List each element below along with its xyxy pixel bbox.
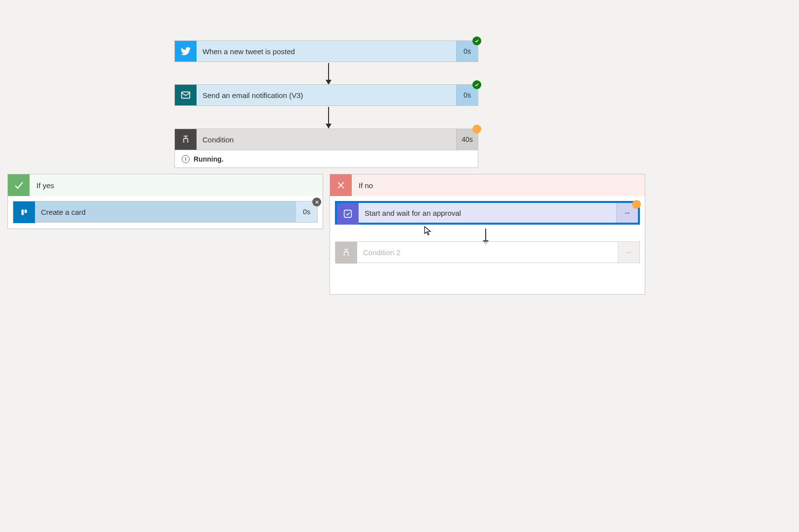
checkmark-icon xyxy=(8,174,30,196)
trigger-label: When a new tweet is posted xyxy=(197,41,456,62)
cursor-icon xyxy=(424,226,432,236)
action-condition2-card[interactable]: Condition 2 -- xyxy=(335,241,640,263)
branch-no-header: If no xyxy=(330,174,645,196)
action-condition2-timing: -- xyxy=(618,242,639,263)
condition-label: Condition xyxy=(197,129,456,150)
condition-status-row: i Running. xyxy=(174,150,478,168)
branch-no-label: If no xyxy=(352,181,373,190)
condition-status-text: Running. xyxy=(194,155,224,163)
status-badge-success-icon xyxy=(472,80,481,89)
action-approval-card[interactable]: Start and wait for an approval -- xyxy=(335,201,640,225)
branch-yes-header: If yes xyxy=(8,174,323,196)
flow-canvas: When a new tweet is posted 0s Send an em… xyxy=(0,0,799,532)
approval-icon xyxy=(337,203,359,225)
action-create-card[interactable]: Create a card 0s xyxy=(13,201,318,223)
condition-card[interactable]: Condition 40s xyxy=(174,129,478,150)
svg-rect-2 xyxy=(22,210,24,215)
branch-yes[interactable]: If yes Create a card 0s xyxy=(7,174,323,229)
trello-icon xyxy=(13,201,35,223)
x-icon xyxy=(330,174,352,196)
action-create-card-label: Create a card xyxy=(35,201,296,222)
branch-yes-label: If yes xyxy=(30,181,54,190)
status-badge-running-icon xyxy=(632,200,641,209)
condition-icon xyxy=(175,129,197,150)
action-approval-label: Start and wait for an approval xyxy=(359,203,616,223)
flow-arrow xyxy=(326,63,332,85)
mail-icon xyxy=(175,85,197,105)
flow-arrow xyxy=(326,107,332,129)
condition-icon xyxy=(335,242,357,264)
svg-rect-3 xyxy=(25,210,27,213)
svg-rect-4 xyxy=(344,210,352,218)
twitter-icon xyxy=(175,41,197,62)
branch-no[interactable]: If no Start and wait for an approval -- … xyxy=(330,174,645,295)
action-email-label: Send an email notification (V3) xyxy=(197,85,456,105)
action-email-card[interactable]: Send an email notification (V3) 0s xyxy=(174,84,478,106)
info-icon: i xyxy=(182,155,190,163)
trigger-card[interactable]: When a new tweet is posted 0s xyxy=(174,40,478,62)
status-badge-cancelled-icon xyxy=(312,198,321,206)
status-badge-running-icon xyxy=(472,125,481,133)
action-condition2-label: Condition 2 xyxy=(357,242,618,263)
status-badge-success-icon xyxy=(472,36,481,45)
